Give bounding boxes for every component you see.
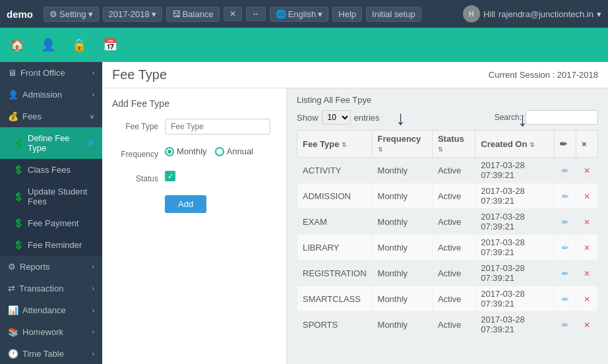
cell-status: Active xyxy=(432,312,475,338)
setting-button[interactable]: ⚙ Setting ▾ xyxy=(44,7,98,22)
delete-icon[interactable]: ✕ xyxy=(584,218,590,227)
page-title: Fee Type xyxy=(112,67,167,82)
delete-icon[interactable]: ✕ xyxy=(584,269,590,278)
monthly-radio[interactable]: Monthly xyxy=(165,146,207,156)
sidebar-item-update-student-fees[interactable]: 💲 Update Student Fees xyxy=(0,181,102,212)
sidebar-item-front-office[interactable]: 🖥 Front Office › xyxy=(0,62,102,84)
cell-delete[interactable]: ✕ xyxy=(576,209,597,235)
chevron-down-icon: ▾ xyxy=(318,9,322,19)
cell-delete[interactable]: ✕ xyxy=(576,183,597,209)
sort-icon[interactable]: ⇅ xyxy=(438,146,443,153)
edit-icon[interactable]: ✏ xyxy=(562,243,568,253)
user-icon[interactable]: 👤 xyxy=(38,34,59,55)
fee-type-icon: 💲 xyxy=(13,138,24,148)
icon-bar: 🏠 👤 🔒 📅 xyxy=(0,28,608,62)
homework-icon: 📚 xyxy=(8,327,18,337)
table-row: SPORTS Monthly Active 2017-03-28 07:39:2… xyxy=(297,312,598,338)
sidebar-item-define-fee-type[interactable]: 💲 Define Fee Type xyxy=(0,127,102,159)
sidebar-item-attendance[interactable]: 📊 Attendance › xyxy=(0,299,102,321)
help-button[interactable]: Help xyxy=(332,7,362,22)
content-area: Fee Type Current Session : 2017-2018 Add… xyxy=(102,62,608,364)
main-layout: 🖥 Front Office › 👤 Admission › 💰 Fees ∨ … xyxy=(0,62,608,364)
year-button[interactable]: 2017-2018 ▾ xyxy=(103,7,162,22)
cell-fee-type: REGISTRATION xyxy=(297,260,373,286)
active-arrow-icon xyxy=(89,139,94,147)
sidebar-item-fee-payment[interactable]: 💲 Fee Payment xyxy=(0,212,102,234)
edit-icon[interactable]: ✏ xyxy=(562,192,568,201)
status-label: Status xyxy=(112,171,158,183)
sidebar-item-homework[interactable]: 📚 Homework › xyxy=(0,321,102,343)
search-input[interactable] xyxy=(526,110,598,125)
frequency-radio-group: Monthly Annual xyxy=(165,146,253,156)
cell-delete[interactable]: ✕ xyxy=(576,260,597,286)
avatar: H xyxy=(463,5,480,22)
delete-icon[interactable]: ✕ xyxy=(584,166,590,175)
cell-edit[interactable]: ✏ xyxy=(554,158,576,183)
sort-icon[interactable]: ⇅ xyxy=(530,142,535,148)
calendar-icon[interactable]: 📅 xyxy=(100,34,121,55)
status-checkbox[interactable]: ✓ xyxy=(165,171,175,181)
cell-edit[interactable]: ✏ xyxy=(554,183,576,209)
table-row: SMARTCLASS Monthly Active 2017-03-28 07:… xyxy=(297,286,598,312)
table-controls: Show 10 25 50 entries Search: xyxy=(297,110,598,125)
add-fee-type-panel: Add Fee Type Fee Type Frequency Monthly xyxy=(102,88,287,364)
sidebar-item-fee-reminder[interactable]: 💲 Fee Reminder xyxy=(0,234,102,256)
cell-created-on: 2017-03-28 07:39:21 xyxy=(475,209,555,235)
sidebar-item-admission[interactable]: 👤 Admission › xyxy=(0,84,102,106)
close-button[interactable]: ✕ xyxy=(224,7,242,21)
chevron-right-icon: › xyxy=(92,350,94,357)
cell-delete[interactable]: ✕ xyxy=(576,312,597,338)
table-row: LIBRARY Monthly Active 2017-03-28 07:39:… xyxy=(297,235,598,260)
language-button[interactable]: 🌐 English ▾ xyxy=(270,7,329,22)
sidebar-item-fees[interactable]: 💰 Fees ∨ xyxy=(0,106,102,127)
cell-delete[interactable]: ✕ xyxy=(576,235,597,260)
lock-icon[interactable]: 🔒 xyxy=(69,34,90,55)
search-group: Search: xyxy=(495,110,598,125)
expand-button[interactable]: ↔ xyxy=(246,7,266,21)
edit-icon[interactable]: ✏ xyxy=(562,166,568,175)
edit-icon[interactable]: ✏ xyxy=(562,269,568,278)
delete-icon[interactable]: ✕ xyxy=(584,243,590,253)
home-icon[interactable]: 🏠 xyxy=(7,34,28,55)
add-button[interactable]: Add xyxy=(165,195,206,213)
cell-frequency: Monthly xyxy=(372,209,432,235)
annual-radio[interactable]: Annual xyxy=(215,146,253,156)
sort-icon[interactable]: ⇅ xyxy=(342,142,347,148)
cell-status: Active xyxy=(432,158,475,183)
initial-setup-button[interactable]: Initial setup xyxy=(366,7,421,22)
col-created-on: Created On ⇅ xyxy=(475,131,555,158)
cell-edit[interactable]: ✏ xyxy=(554,286,576,312)
cell-edit[interactable]: ✏ xyxy=(554,260,576,286)
cell-edit[interactable]: ✏ xyxy=(554,235,576,260)
show-select[interactable]: 10 25 50 xyxy=(322,110,351,125)
delete-icon[interactable]: ✕ xyxy=(584,295,590,304)
delete-icon[interactable]: ✕ xyxy=(584,192,590,201)
sidebar-item-time-table[interactable]: 🕐 Time Table › xyxy=(0,343,102,364)
timetable-icon: 🕐 xyxy=(8,349,18,359)
balance-button[interactable]: 🖫 Balance xyxy=(166,7,220,22)
edit-icon[interactable]: ✏ xyxy=(562,295,568,304)
fee-type-input[interactable] xyxy=(165,119,270,135)
cell-delete[interactable]: ✕ xyxy=(576,286,597,312)
desktop-icon: 🖥 xyxy=(8,68,16,78)
col-delete: × xyxy=(576,131,597,158)
cell-delete[interactable]: ✕ xyxy=(576,158,597,183)
edit-icon[interactable]: ✏ xyxy=(562,320,568,330)
delete-icon[interactable]: ✕ xyxy=(584,320,590,330)
sidebar-item-transaction[interactable]: ⇄ Transaction › xyxy=(0,278,102,299)
cell-status: Active xyxy=(432,260,475,286)
user-icon: 👤 xyxy=(8,90,18,100)
cell-frequency: Monthly xyxy=(372,235,432,260)
table-row: EXAM Monthly Active 2017-03-28 07:39:21 … xyxy=(297,209,598,235)
globe-icon: 🌐 xyxy=(276,9,286,19)
money-icon: 💰 xyxy=(8,111,18,121)
sidebar-item-reports[interactable]: ⚙ Reports › xyxy=(0,256,102,278)
cell-edit[interactable]: ✏ xyxy=(554,209,576,235)
chevron-right-icon: › xyxy=(92,91,94,98)
chevron-down-icon: ∨ xyxy=(90,113,94,120)
edit-icon[interactable]: ✏ xyxy=(562,218,568,227)
sort-icon[interactable]: ⇅ xyxy=(378,146,383,153)
sidebar-item-class-fees[interactable]: 💲 Class Fees xyxy=(0,159,102,181)
cell-edit[interactable]: ✏ xyxy=(554,312,576,338)
page-header: Fee Type Current Session : 2017-2018 xyxy=(102,62,608,88)
